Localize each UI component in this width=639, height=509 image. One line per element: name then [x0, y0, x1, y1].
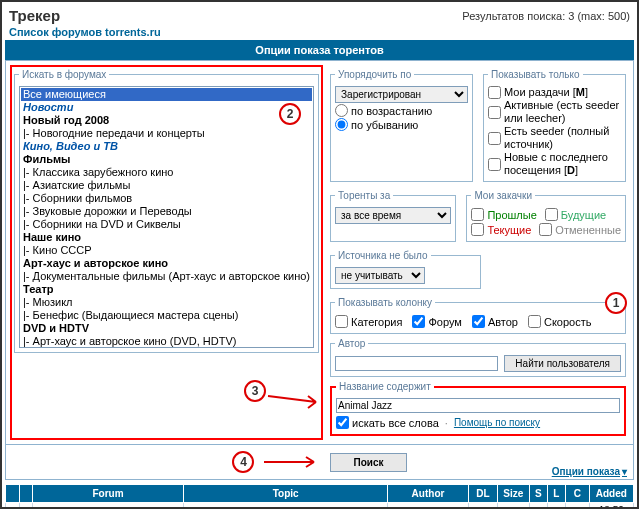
table-row: DxВидео (Отечественный Рок)Animal Jazz -…	[6, 503, 634, 510]
forum-item[interactable]: |- Новогодние передачи и концерты	[21, 127, 312, 140]
th-dl[interactable]: DL	[468, 485, 497, 503]
forum-item[interactable]: |- Классика зарубежного кино	[21, 166, 312, 179]
forum-item[interactable]: Фильмы	[21, 153, 312, 166]
forum-item[interactable]: |- Документальные фильмы (Арт-хаус и авт…	[21, 270, 312, 283]
show-active-cb[interactable]	[488, 106, 501, 119]
all-words-cb[interactable]	[336, 416, 349, 429]
arrow-4	[262, 454, 322, 470]
author-legend: Автор	[335, 338, 368, 349]
cols-legend: Показывать колонку	[335, 297, 435, 308]
search-help-link[interactable]: Помощь по поиску	[454, 417, 540, 428]
forum-item[interactable]: Все имеющиеся	[21, 88, 312, 101]
forum-item[interactable]: Новости	[21, 101, 312, 114]
col-author-cb[interactable]	[472, 315, 485, 328]
forum-item[interactable]: |- Кино СССР	[21, 244, 312, 257]
forum-item[interactable]: Наше кино	[21, 231, 312, 244]
breadcrumb: Список форумов torrents.ru	[5, 26, 634, 40]
status-icon: x	[20, 503, 33, 510]
complete-cell: 0	[565, 503, 589, 510]
results-count: Результатов поиска: 3 (max: 500)	[462, 10, 630, 22]
th-size[interactable]: Size	[497, 485, 529, 503]
annotation-3: 3	[244, 380, 266, 402]
size-cell: 49 MB	[497, 503, 529, 510]
period-select[interactable]: за все время	[335, 207, 451, 224]
crumb-forums[interactable]: Список форумов	[9, 26, 102, 38]
display-options-link[interactable]: Опции показа	[552, 466, 627, 477]
th-c[interactable]: C	[565, 485, 589, 503]
th-author[interactable]: Author	[388, 485, 469, 503]
search-button[interactable]: Поиск	[330, 453, 406, 472]
forum-item[interactable]: Кино, Видео и ТВ	[21, 140, 312, 153]
col-forum-cb[interactable]	[412, 315, 425, 328]
options-bar: Опции показа торентов	[5, 40, 634, 60]
page-title: Трекер	[9, 7, 60, 24]
results-table: Forum Topic Author DL Size S L C Added D…	[5, 484, 634, 509]
seed-legend: Источника не было	[335, 250, 431, 261]
approve-icon: D	[6, 503, 20, 510]
forum-item[interactable]: |- Азиатские фильмы	[21, 179, 312, 192]
th-forum[interactable]: Forum	[32, 485, 184, 503]
forum-item[interactable]: |- Звуковые дорожки и Переводы	[21, 205, 312, 218]
title-input[interactable]	[336, 398, 620, 413]
arrow-3	[266, 388, 328, 410]
th-l[interactable]: L	[547, 485, 565, 503]
title-legend: Название содержит	[336, 381, 434, 392]
show-mine-cb[interactable]	[488, 86, 501, 99]
show-legend: Показывать только	[488, 69, 583, 80]
forum-item[interactable]: |- Бенефис (Выдающиеся мастера сцены)	[21, 309, 312, 322]
th-s[interactable]: S	[529, 485, 547, 503]
forum-item[interactable]: |- Мюзикл	[21, 296, 312, 309]
forums-legend: Искать в форумах	[19, 69, 109, 80]
annotation-2: 2	[279, 103, 301, 125]
seeders-cell: 0	[529, 503, 547, 510]
dl-legend: Мои закачки	[471, 190, 535, 201]
find-user-button[interactable]: Найти пользователя	[504, 355, 621, 372]
sort-legend: Упорядочить по	[335, 69, 414, 80]
th-added[interactable]: Added	[589, 485, 633, 503]
forum-item[interactable]: |- Сборники фильмов	[21, 192, 312, 205]
forums-listbox[interactable]: Все имеющиесяНовостиНовый год 2008|- Нов…	[19, 86, 314, 348]
dl-canc-cb[interactable]	[539, 223, 552, 236]
forum-item[interactable]: |- Сборники на DVD и Сиквелы	[21, 218, 312, 231]
crumb-site[interactable]: torrents.ru	[105, 26, 161, 38]
forum-item[interactable]: Новый год 2008	[21, 114, 312, 127]
sort-select[interactable]: Зарегистрирован	[335, 86, 468, 103]
sort-desc-radio[interactable]	[335, 118, 348, 131]
dl-fut-cb[interactable]	[545, 208, 558, 221]
show-new-cb[interactable]	[488, 158, 501, 171]
forum-item[interactable]: DVD и HDTV	[21, 322, 312, 335]
sort-asc-radio[interactable]	[335, 104, 348, 117]
author-input[interactable]	[335, 356, 498, 371]
leechers-cell: 0	[547, 503, 565, 510]
annotation-4: 4	[232, 451, 254, 473]
seed-select[interactable]: не учитывать	[335, 267, 425, 284]
th-topic[interactable]: Topic	[184, 485, 388, 503]
forum-item[interactable]: |- Арт-хаус и авторское кино (DVD, HDTV)	[21, 335, 312, 348]
dl-cur-cb[interactable]	[471, 223, 484, 236]
added-cell: 18:527-Фев-08	[589, 503, 633, 510]
period-legend: Торенты за	[335, 190, 393, 201]
col-cat-cb[interactable]	[335, 315, 348, 328]
forum-item[interactable]: Арт-хаус и авторское кино	[21, 257, 312, 270]
annotation-1: 1	[605, 292, 627, 314]
dl-past-cb[interactable]	[471, 208, 484, 221]
forum-item[interactable]: Театр	[21, 283, 312, 296]
show-seeder-cb[interactable]	[488, 132, 501, 145]
col-speed-cb[interactable]	[528, 315, 541, 328]
